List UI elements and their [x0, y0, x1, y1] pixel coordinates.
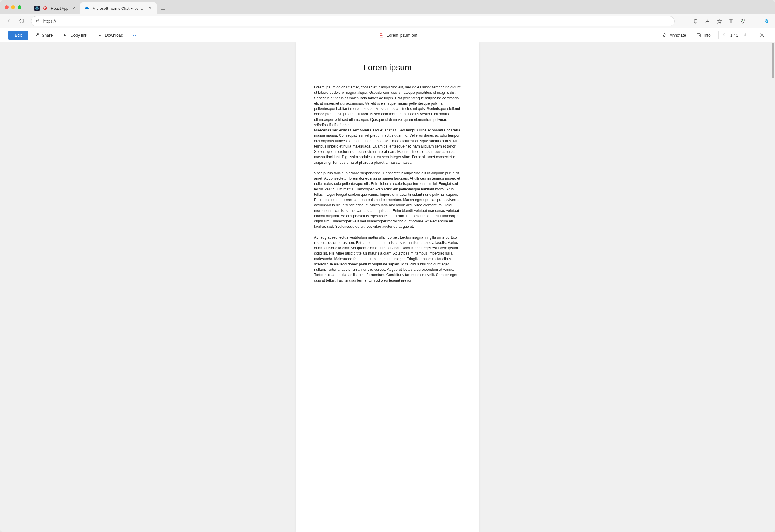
- tab-react-app[interactable]: React App: [30, 2, 80, 14]
- download-button[interactable]: Download: [93, 30, 127, 40]
- toolbar-center: Lorem ipsum.pdf: [141, 33, 655, 38]
- document-paragraph: Lorem ipsum dolor sit amet, consectetur …: [314, 85, 461, 127]
- settings-more-button[interactable]: ⋯: [749, 16, 760, 26]
- download-icon: [97, 33, 102, 38]
- titlebar: React App Microsoft Teams Chat Files - O: [0, 0, 775, 14]
- tab-strip: React App Microsoft Teams Chat Files - O: [30, 0, 168, 14]
- browser-window: React App Microsoft Teams Chat Files - O: [0, 0, 775, 532]
- minimize-window-button[interactable]: [11, 5, 15, 9]
- page-indicator: 1 / 1: [730, 33, 738, 38]
- close-tab-button[interactable]: [148, 6, 152, 11]
- close-tab-button[interactable]: [71, 6, 76, 11]
- close-viewer-button[interactable]: [757, 31, 767, 40]
- copy-link-label: Copy link: [70, 33, 87, 38]
- page-sep: /: [734, 33, 735, 38]
- recording-indicator-icon: [43, 6, 48, 11]
- react-favicon-icon: [34, 6, 40, 11]
- address-field[interactable]: https://: [31, 16, 675, 26]
- more-actions-button[interactable]: ⋯: [129, 31, 138, 40]
- link-icon: [63, 33, 68, 38]
- split-screen-button[interactable]: [726, 16, 736, 26]
- annotate-label: Annotate: [670, 33, 686, 38]
- total-pages: 1: [736, 33, 738, 38]
- svg-point-0: [37, 8, 37, 9]
- info-button[interactable]: Info: [692, 30, 715, 40]
- current-page: 1: [730, 33, 733, 38]
- pdf-file-icon: [379, 33, 384, 38]
- tab-title: React App: [51, 6, 68, 11]
- onedrive-favicon-icon: [84, 6, 90, 11]
- svg-rect-5: [694, 19, 697, 23]
- svg-rect-8: [380, 35, 382, 36]
- document-paragraph: Ac feugiat sed lectus vestibulum mattis …: [314, 235, 461, 283]
- address-url: https://: [43, 19, 670, 23]
- document-title: Lorem ipsum: [314, 63, 461, 72]
- page-navigator: 1 / 1: [722, 33, 747, 38]
- collections-button[interactable]: [737, 16, 748, 26]
- scrollbar-thumb[interactable]: [772, 43, 774, 78]
- share-label: Share: [42, 33, 53, 38]
- address-actions: ⋯ ⋯: [679, 16, 771, 26]
- edit-label: Edit: [15, 33, 22, 38]
- address-more-button[interactable]: ⋯: [679, 16, 689, 26]
- pdf-page: Lorem ipsum Lorem ipsum dolor sit amet, …: [296, 42, 479, 532]
- info-icon: [696, 33, 701, 38]
- lock-icon: [36, 18, 40, 24]
- annotate-icon: [662, 33, 667, 38]
- toolbar-left: Edit Share Copy link Download ⋯: [8, 30, 138, 40]
- pdf-toolbar: Edit Share Copy link Download ⋯ Lorem ip…: [0, 28, 775, 42]
- toolbar-right: Annotate Info 1 / 1: [658, 30, 767, 40]
- file-name: Lorem ipsum.pdf: [386, 33, 417, 38]
- tab-title: Microsoft Teams Chat Files - O: [93, 6, 145, 11]
- prev-page-button[interactable]: [722, 33, 726, 38]
- address-bar-row: https:// ⋯ ⋯: [0, 14, 775, 28]
- close-window-button[interactable]: [5, 5, 9, 9]
- tab-teams-files[interactable]: Microsoft Teams Chat Files - O: [80, 2, 157, 14]
- info-label: Info: [704, 33, 710, 38]
- scrollbar[interactable]: [771, 42, 774, 532]
- pdf-viewer[interactable]: Lorem ipsum Lorem ipsum dolor sit amet, …: [0, 42, 775, 532]
- back-button[interactable]: [4, 16, 14, 26]
- new-tab-button[interactable]: [158, 5, 168, 14]
- document-paragraph: Maecenas sed enim ut sem viverra aliquet…: [314, 127, 461, 165]
- refresh-button[interactable]: [16, 16, 27, 26]
- separator: [750, 31, 750, 39]
- svg-rect-7: [731, 19, 733, 23]
- svg-rect-4: [36, 20, 39, 22]
- maximize-window-button[interactable]: [18, 5, 21, 9]
- copy-link-button[interactable]: Copy link: [58, 30, 91, 40]
- bing-chat-button[interactable]: [761, 16, 771, 26]
- window-controls: [5, 5, 21, 9]
- next-page-button[interactable]: [742, 33, 747, 38]
- share-button[interactable]: Share: [30, 30, 57, 40]
- extensions-button[interactable]: [690, 16, 701, 26]
- favorite-button[interactable]: [714, 16, 724, 26]
- edit-button[interactable]: Edit: [8, 31, 28, 40]
- document-paragraph: Vitae purus faucibus ornare suspendisse.…: [314, 170, 461, 229]
- share-icon: [34, 33, 39, 38]
- svg-rect-6: [729, 19, 731, 23]
- download-label: Download: [105, 33, 123, 38]
- read-aloud-button[interactable]: [702, 16, 713, 26]
- separator: [718, 31, 719, 39]
- annotate-button[interactable]: Annotate: [658, 30, 690, 40]
